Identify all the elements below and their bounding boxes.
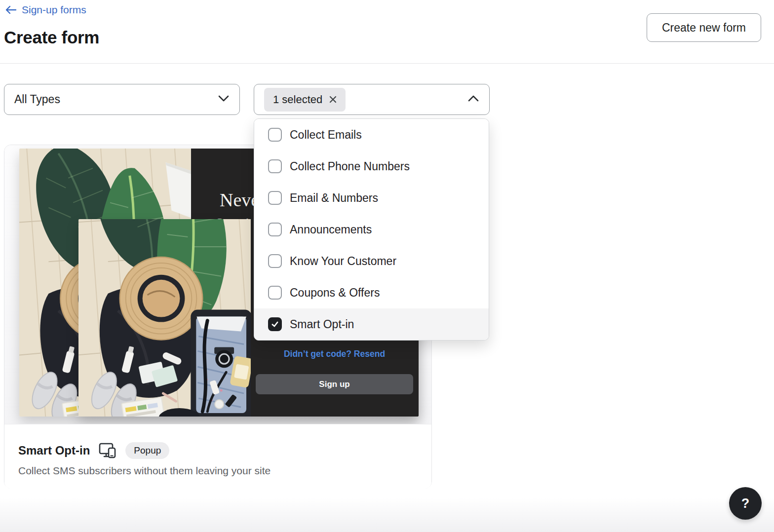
popup-type-badge: Popup [125,442,169,459]
checkbox-icon[interactable] [268,159,282,173]
devices-icon [99,443,116,458]
chip-close-icon[interactable] [329,96,337,103]
preview-resend-link: Didn’t get code? Resend [251,349,418,359]
preview-photo [78,219,251,417]
question-mark-icon: ? [741,496,750,511]
form-type-option[interactable]: Smart Opt-in [254,308,489,340]
template-card-footer: Smart Opt-in Popup Collect SMS subscribe… [4,424,431,489]
help-button[interactable]: ? [729,487,762,520]
checkbox-icon[interactable] [268,128,282,142]
selected-count-chip[interactable]: 1 selected [264,88,346,112]
checkbox-icon[interactable] [268,223,282,236]
header-divider [0,63,774,64]
checkbox-icon[interactable] [268,254,282,268]
back-to-signup-forms-link[interactable]: Sign-up forms [5,4,86,16]
form-type-option[interactable]: Know Your Customer [254,245,489,277]
form-type-option-label: Collect Emails [290,128,362,142]
form-type-option[interactable]: Collect Emails [254,119,489,151]
create-form-page: Sign-up forms Create form Create new for… [0,0,774,532]
form-type-option-label: Coupons & Offers [290,286,380,300]
checkbox-icon[interactable] [268,286,282,300]
selected-count-label: 1 selected [273,93,322,106]
back-arrow-icon [5,5,17,15]
form-type-option-label: Announcements [290,223,372,236]
form-type-listbox: Collect Emails Collect Phone Numbers Ema… [254,118,489,341]
form-type-option-label: Know Your Customer [290,255,396,268]
form-type-option-label: Email & Numbers [290,191,378,205]
form-type-option[interactable]: Announcements [254,214,489,245]
checkbox-icon[interactable] [268,317,282,331]
form-type-option-label: Collect Phone Numbers [290,160,410,173]
form-type-option[interactable]: Email & Numbers [254,182,489,214]
form-type-filter-value: All Types [14,93,60,106]
bottom-fade [0,497,774,532]
form-type-filter-select[interactable]: All Types [4,84,240,115]
page-title: Create form [4,28,99,47]
template-title: Smart Opt-in [18,444,90,457]
form-goal-filter-select[interactable]: 1 selected [254,84,490,115]
chevron-up-icon [467,95,479,104]
form-type-option[interactable]: Coupons & Offers [254,277,489,308]
template-description: Collect SMS subscribers without them lea… [18,465,418,477]
create-new-form-button[interactable]: Create new form [647,13,761,42]
chevron-down-icon [218,95,230,104]
back-link-label: Sign-up forms [22,4,86,16]
preview-signup-button: Sign up [256,374,413,394]
checkbox-icon[interactable] [268,191,282,205]
form-type-option-label: Smart Opt-in [290,318,354,331]
form-type-option[interactable]: Collect Phone Numbers [254,151,489,182]
